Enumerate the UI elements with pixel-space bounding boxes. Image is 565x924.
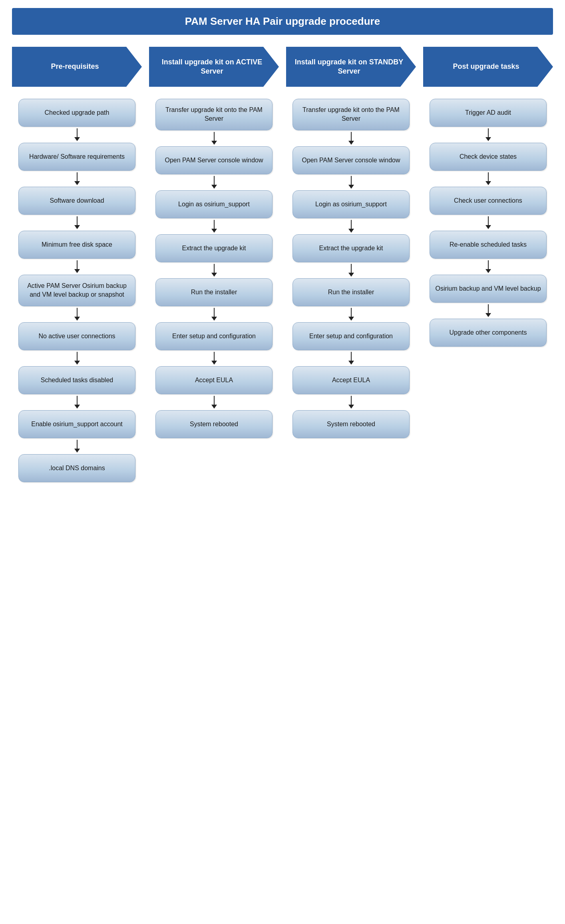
arrow-header-standby: Install upgrade kit on STANDBY Server bbox=[286, 47, 416, 87]
arrow-tip bbox=[74, 361, 80, 365]
arrow-tip bbox=[74, 137, 80, 141]
step-post-2: Check user connections bbox=[430, 187, 547, 215]
arrow-line bbox=[351, 396, 352, 405]
col-header-post: Post upgrade tasks bbox=[423, 47, 553, 87]
arrow-line bbox=[488, 304, 489, 313]
arrow-connector-prereq-4 bbox=[74, 308, 80, 321]
arrow-tip bbox=[485, 269, 491, 273]
columns-container: Pre-requisitesChecked upgrade pathHardwa… bbox=[12, 47, 553, 482]
arrow-connector-active-0 bbox=[211, 132, 217, 145]
arrow-line bbox=[214, 220, 215, 229]
arrow-tip bbox=[211, 361, 217, 365]
arrow-connector-prereq-5 bbox=[74, 352, 80, 365]
arrow-line bbox=[77, 216, 78, 225]
arrow-line bbox=[488, 128, 489, 137]
column-post: Post upgrade tasksTrigger AD auditCheck … bbox=[423, 47, 553, 347]
arrow-line bbox=[77, 172, 78, 181]
step-prereq-1: Hardware/ Software requirements bbox=[18, 143, 135, 171]
arrow-tip bbox=[348, 361, 354, 365]
arrow-tip bbox=[211, 141, 217, 145]
arrow-header-post: Post upgrade tasks bbox=[423, 47, 553, 87]
arrow-connector-active-2 bbox=[211, 220, 217, 233]
arrow-line bbox=[77, 352, 78, 361]
arrow-tip bbox=[74, 269, 80, 273]
step-active-3: Extract the upgrade kit bbox=[155, 234, 273, 262]
arrow-tip bbox=[485, 313, 491, 317]
arrow-line bbox=[351, 132, 352, 141]
arrow-connector-standby-6 bbox=[348, 396, 354, 409]
arrow-tip bbox=[348, 185, 354, 189]
arrow-connector-standby-5 bbox=[348, 352, 354, 365]
arrow-connector-standby-4 bbox=[348, 308, 354, 321]
step-active-0: Transfer upgrade kit onto the PAM Server bbox=[155, 99, 273, 130]
page-title: PAM Server HA Pair upgrade procedure bbox=[12, 8, 553, 35]
arrow-tip bbox=[348, 229, 354, 233]
column-prereq: Pre-requisitesChecked upgrade pathHardwa… bbox=[12, 47, 142, 482]
step-standby-5: Enter setup and configuration bbox=[292, 322, 410, 350]
column-active: Install upgrade kit on ACTIVE ServerTran… bbox=[149, 47, 279, 438]
step-standby-6: Accept EULA bbox=[292, 366, 410, 394]
step-prereq-7: Enable osirium_support account bbox=[18, 410, 135, 438]
arrow-tip bbox=[74, 225, 80, 229]
step-prereq-5: No active user connections bbox=[18, 322, 135, 350]
arrow-tip bbox=[348, 141, 354, 145]
arrow-tip bbox=[211, 185, 217, 189]
arrow-connector-active-4 bbox=[211, 308, 217, 321]
arrow-connector-prereq-0 bbox=[74, 128, 80, 141]
arrow-line bbox=[214, 264, 215, 273]
arrow-header-active: Install upgrade kit on ACTIVE Server bbox=[149, 47, 279, 87]
arrow-connector-standby-2 bbox=[348, 220, 354, 233]
arrow-line bbox=[488, 260, 489, 269]
step-active-5: Enter setup and configuration bbox=[155, 322, 273, 350]
arrow-tip bbox=[485, 181, 491, 185]
arrow-connector-active-1 bbox=[211, 176, 217, 189]
arrow-line bbox=[488, 172, 489, 181]
column-standby: Install upgrade kit on STANDBY ServerTra… bbox=[286, 47, 416, 438]
step-standby-7: System rebooted bbox=[292, 410, 410, 438]
arrow-line bbox=[351, 176, 352, 185]
arrow-connector-prereq-2 bbox=[74, 216, 80, 229]
arrow-line bbox=[77, 260, 78, 269]
arrow-connector-prereq-6 bbox=[74, 396, 80, 409]
arrow-line bbox=[214, 308, 215, 317]
arrow-line bbox=[351, 308, 352, 317]
arrow-line bbox=[77, 440, 78, 449]
step-post-0: Trigger AD audit bbox=[430, 99, 547, 127]
arrow-tip bbox=[211, 229, 217, 233]
step-standby-2: Login as osirium_support bbox=[292, 190, 410, 218]
step-prereq-4: Active PAM Server Osirium backup and VM … bbox=[18, 275, 135, 306]
arrow-tip bbox=[348, 405, 354, 409]
step-prereq-6: Scheduled tasks disabled bbox=[18, 366, 135, 394]
step-post-4: Osirium backup and VM level backup bbox=[430, 275, 547, 303]
arrow-line bbox=[77, 128, 78, 137]
arrow-connector-prereq-7 bbox=[74, 440, 80, 453]
step-post-5: Upgrade other components bbox=[430, 319, 547, 347]
step-standby-1: Open PAM Server console window bbox=[292, 146, 410, 174]
arrow-connector-active-5 bbox=[211, 352, 217, 365]
step-prereq-2: Software download bbox=[18, 187, 135, 215]
step-post-1: Check device states bbox=[430, 143, 547, 171]
arrow-line bbox=[214, 132, 215, 141]
arrow-connector-post-2 bbox=[485, 216, 491, 229]
arrow-line bbox=[351, 264, 352, 273]
arrow-connector-standby-1 bbox=[348, 176, 354, 189]
arrow-tip bbox=[211, 317, 217, 321]
arrow-connector-standby-0 bbox=[348, 132, 354, 145]
arrow-tip bbox=[211, 273, 217, 277]
step-standby-4: Run the installer bbox=[292, 278, 410, 306]
arrow-connector-post-0 bbox=[485, 128, 491, 141]
arrow-tip bbox=[485, 225, 491, 229]
arrow-line bbox=[214, 176, 215, 185]
step-active-2: Login as osirium_support bbox=[155, 190, 273, 218]
step-active-7: System rebooted bbox=[155, 410, 273, 438]
page-wrapper: PAM Server HA Pair upgrade procedure Pre… bbox=[0, 0, 565, 498]
arrow-tip bbox=[348, 317, 354, 321]
step-prereq-0: Checked upgrade path bbox=[18, 99, 135, 127]
step-prereq-8: .local DNS domains bbox=[18, 454, 135, 482]
arrow-line bbox=[488, 216, 489, 225]
col-header-prereq: Pre-requisites bbox=[12, 47, 142, 87]
arrow-line bbox=[214, 352, 215, 361]
step-active-4: Run the installer bbox=[155, 278, 273, 306]
arrow-connector-post-4 bbox=[485, 304, 491, 317]
arrow-connector-post-1 bbox=[485, 172, 491, 185]
